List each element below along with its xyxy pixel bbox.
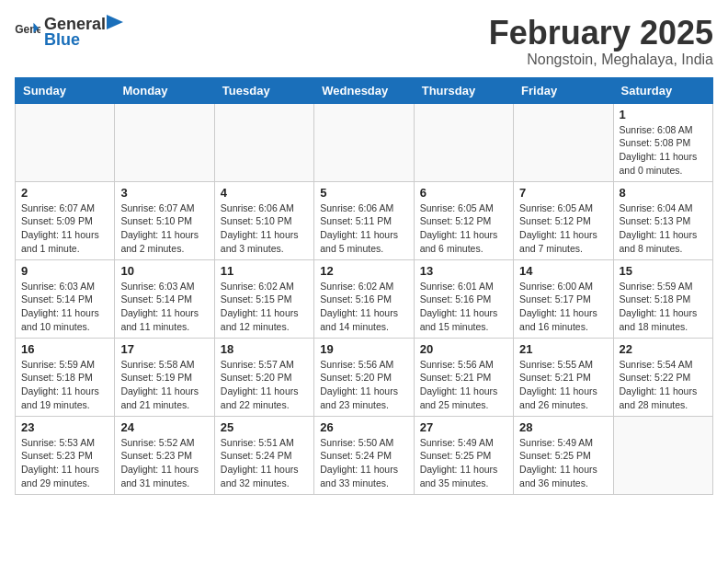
day-info: Sunrise: 6:07 AMSunset: 5:09 PMDaylight:… [21,201,108,256]
day-info: Sunrise: 5:55 AMSunset: 5:21 PMDaylight:… [519,358,607,412]
day-cell-4-5: 28Sunrise: 5:49 AMSunset: 5:25 PMDayligh… [514,416,613,494]
day-number: 8 [620,186,707,200]
logo-icon: General [15,21,40,43]
day-cell-1-1: 3Sunrise: 6:07 AMSunset: 5:10 PMDaylight… [115,181,214,259]
day-cell-2-0: 9Sunrise: 6:03 AMSunset: 5:14 PMDaylight… [16,259,115,338]
day-cell-0-6: 1Sunrise: 6:08 AMSunset: 5:08 PMDaylight… [613,103,712,181]
day-number: 5 [320,186,407,200]
day-cell-3-3: 19Sunrise: 5:56 AMSunset: 5:20 PMDayligh… [314,338,414,416]
day-number: 19 [320,342,407,356]
day-info: Sunrise: 6:06 AMSunset: 5:11 PMDaylight:… [320,201,407,256]
day-info: Sunrise: 5:52 AMSunset: 5:23 PMDaylight:… [120,436,208,490]
day-cell-0-2 [214,103,313,181]
day-info: Sunrise: 6:07 AMSunset: 5:10 PMDaylight:… [120,201,208,256]
day-info: Sunrise: 5:56 AMSunset: 5:21 PMDaylight:… [420,358,507,412]
day-cell-0-1 [115,103,214,181]
page-header: General General Blue February 2025 Nongs… [15,15,713,68]
day-cell-3-4: 20Sunrise: 5:56 AMSunset: 5:21 PMDayligh… [414,338,513,416]
day-cell-4-0: 23Sunrise: 5:53 AMSunset: 5:23 PMDayligh… [16,416,115,494]
day-info: Sunrise: 5:49 AMSunset: 5:25 PMDaylight:… [519,436,607,490]
day-info: Sunrise: 5:51 AMSunset: 5:24 PMDaylight:… [221,436,308,490]
day-info: Sunrise: 6:03 AMSunset: 5:14 PMDaylight:… [120,280,208,334]
day-number: 3 [120,186,208,200]
day-number: 9 [21,264,108,278]
day-cell-1-5: 7Sunrise: 6:05 AMSunset: 5:12 PMDaylight… [514,181,613,259]
day-info: Sunrise: 6:01 AMSunset: 5:16 PMDaylight:… [420,280,507,334]
day-info: Sunrise: 6:06 AMSunset: 5:10 PMDaylight:… [221,201,308,256]
week-row-2: 9Sunrise: 6:03 AMSunset: 5:14 PMDaylight… [16,259,713,338]
day-number: 12 [320,264,407,278]
header-tuesday: Tuesday [214,77,313,103]
day-number: 11 [221,264,308,278]
day-cell-1-4: 6Sunrise: 6:05 AMSunset: 5:12 PMDaylight… [414,181,513,259]
day-info: Sunrise: 6:05 AMSunset: 5:12 PMDaylight:… [519,201,607,256]
header-friday: Friday [514,77,613,103]
day-cell-0-4 [414,103,513,181]
day-number: 27 [420,420,507,434]
day-info: Sunrise: 5:59 AMSunset: 5:18 PMDaylight:… [21,358,108,412]
day-info: Sunrise: 5:56 AMSunset: 5:20 PMDaylight:… [320,358,407,412]
day-number: 15 [620,264,707,278]
month-title: February 2025 [489,15,713,52]
day-number: 28 [519,420,607,434]
day-cell-3-2: 18Sunrise: 5:57 AMSunset: 5:20 PMDayligh… [214,338,313,416]
day-number: 1 [620,108,707,121]
day-number: 18 [221,342,308,356]
day-cell-1-6: 8Sunrise: 6:04 AMSunset: 5:13 PMDaylight… [613,181,712,259]
week-row-1: 2Sunrise: 6:07 AMSunset: 5:09 PMDaylight… [16,181,713,259]
day-cell-2-2: 11Sunrise: 6:02 AMSunset: 5:15 PMDayligh… [214,259,313,338]
day-info: Sunrise: 6:04 AMSunset: 5:13 PMDaylight:… [620,201,707,256]
day-cell-2-4: 13Sunrise: 6:01 AMSunset: 5:16 PMDayligh… [414,259,513,338]
day-cell-1-3: 5Sunrise: 6:06 AMSunset: 5:11 PMDaylight… [314,181,414,259]
day-cell-4-6 [613,416,712,494]
day-info: Sunrise: 6:02 AMSunset: 5:15 PMDaylight:… [221,280,308,334]
header-monday: Monday [115,77,214,103]
day-cell-2-3: 12Sunrise: 6:02 AMSunset: 5:16 PMDayligh… [314,259,414,338]
day-cell-1-2: 4Sunrise: 6:06 AMSunset: 5:10 PMDaylight… [214,181,313,259]
calendar-title-area: February 2025 Nongstoin, Meghalaya, Indi… [489,15,713,68]
calendar-header-row: Sunday Monday Tuesday Wednesday Thursday… [16,77,713,103]
week-row-3: 16Sunrise: 5:59 AMSunset: 5:18 PMDayligh… [16,338,713,416]
day-cell-2-1: 10Sunrise: 6:03 AMSunset: 5:14 PMDayligh… [115,259,214,338]
day-number: 10 [120,264,208,278]
day-info: Sunrise: 5:49 AMSunset: 5:25 PMDaylight:… [420,436,507,490]
day-number: 24 [120,420,208,434]
day-info: Sunrise: 5:58 AMSunset: 5:19 PMDaylight:… [120,358,208,412]
day-info: Sunrise: 6:02 AMSunset: 5:16 PMDaylight:… [320,280,407,334]
day-cell-3-1: 17Sunrise: 5:58 AMSunset: 5:19 PMDayligh… [115,338,214,416]
day-cell-3-5: 21Sunrise: 5:55 AMSunset: 5:21 PMDayligh… [514,338,613,416]
day-cell-0-0 [16,103,115,181]
day-info: Sunrise: 6:00 AMSunset: 5:17 PMDaylight:… [519,280,607,334]
day-number: 4 [221,186,308,200]
logo-blue-text: Blue [44,30,80,49]
day-number: 22 [620,342,707,356]
day-number: 17 [120,342,208,356]
day-info: Sunrise: 5:59 AMSunset: 5:18 PMDaylight:… [620,280,707,334]
day-info: Sunrise: 5:57 AMSunset: 5:20 PMDaylight:… [221,358,308,412]
header-sunday: Sunday [16,77,115,103]
day-cell-3-0: 16Sunrise: 5:59 AMSunset: 5:18 PMDayligh… [16,338,115,416]
day-number: 20 [420,342,507,356]
day-cell-2-6: 15Sunrise: 5:59 AMSunset: 5:18 PMDayligh… [613,259,712,338]
day-number: 2 [21,186,108,200]
day-cell-1-0: 2Sunrise: 6:07 AMSunset: 5:09 PMDaylight… [16,181,115,259]
day-cell-3-6: 22Sunrise: 5:54 AMSunset: 5:22 PMDayligh… [613,338,712,416]
day-cell-4-1: 24Sunrise: 5:52 AMSunset: 5:23 PMDayligh… [115,416,214,494]
day-number: 26 [320,420,407,434]
day-number: 6 [420,186,507,200]
day-number: 16 [21,342,108,356]
logo-arrow-icon [107,15,123,29]
day-number: 21 [519,342,607,356]
location-title: Nongstoin, Meghalaya, India [489,52,713,68]
day-number: 7 [519,186,607,200]
svg-marker-1 [107,15,123,29]
header-wednesday: Wednesday [314,77,414,103]
day-cell-0-3 [314,103,414,181]
day-number: 25 [221,420,308,434]
header-saturday: Saturday [613,77,712,103]
day-cell-0-5 [514,103,613,181]
day-info: Sunrise: 5:54 AMSunset: 5:22 PMDaylight:… [620,358,707,412]
header-thursday: Thursday [414,77,513,103]
logo: General General Blue [15,15,123,50]
day-cell-4-2: 25Sunrise: 5:51 AMSunset: 5:24 PMDayligh… [214,416,313,494]
